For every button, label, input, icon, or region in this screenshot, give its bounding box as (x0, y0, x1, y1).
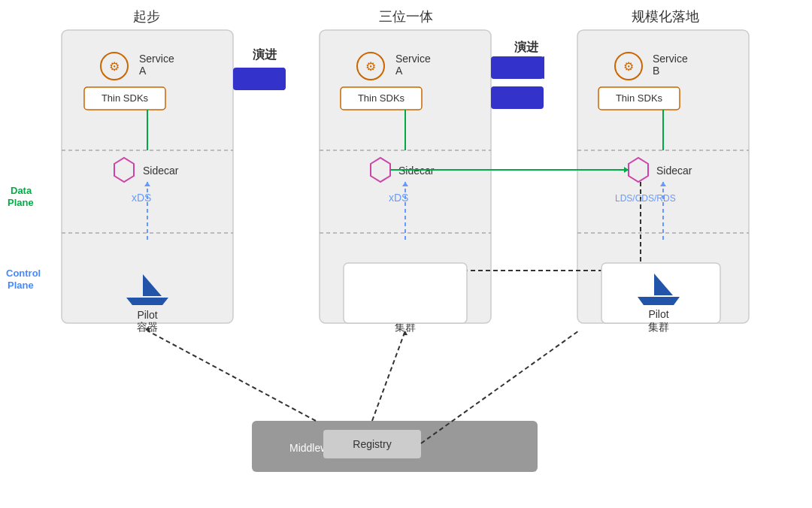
mw-to-pilot3 (421, 331, 579, 443)
pilot-col3-box (601, 263, 720, 323)
sdk-col1-box (84, 87, 165, 110)
evolve-arrow-2-fwd (499, 56, 544, 79)
middleware-label: Middleware (289, 442, 344, 454)
evolve-label-1: 演进 (253, 47, 277, 61)
xds-arrow-head-col3 (660, 182, 666, 186)
pilot-boat-sail-col1 (143, 274, 162, 296)
svg-text:⚙: ⚙ (623, 60, 634, 73)
evolve-arrow-1-body (233, 68, 286, 90)
green-arrow-head (624, 167, 629, 173)
sdk-col1-label: Thin SDKs (102, 92, 149, 104)
svg-text:集群: 集群 (395, 321, 416, 333)
service-b-col3-label: Service (653, 53, 688, 65)
service-a-col2-icon-circle (357, 53, 384, 80)
svg-text:A: A (139, 65, 147, 77)
sdk-col3-label: Thin SDKs (616, 92, 663, 104)
svg-text:集群: 集群 (648, 321, 669, 333)
pilot-label-col2: Pilot (395, 309, 415, 321)
pilot-label-col1: Pilot (137, 309, 157, 321)
col-header-3: 规模化落地 (632, 9, 699, 24)
pilot-boat-body-col3 (638, 297, 680, 305)
pilot-boat-body-col2 (384, 298, 426, 305)
mw-to-pilot2 (372, 331, 405, 421)
sidecar-hex-col3 (629, 158, 648, 182)
col-header-2: 三位一体 (379, 9, 433, 24)
sidecar-hex-col2 (371, 158, 390, 182)
svg-text:⚙: ⚙ (109, 60, 120, 73)
sidecar-label-col1: Sidecar (143, 165, 179, 177)
xds-arrow-head-col2 (402, 182, 408, 186)
col2-box (320, 30, 491, 323)
sdk-col3-box (598, 87, 680, 110)
sdk-col2-box (341, 87, 422, 110)
pilot-boat-sail-col2 (401, 274, 420, 296)
svg-text:B: B (653, 65, 659, 77)
data-plane-label: Data (11, 185, 32, 196)
arrow-to-pilot2 (403, 331, 408, 335)
sidecar-hex-col1 (114, 158, 134, 182)
pilot-boat-sail-col3 (654, 274, 673, 295)
registry-label: Registry (353, 438, 391, 450)
registry-box (323, 430, 421, 458)
evolve-arrow-2-back-body (491, 86, 544, 109)
col3-box (577, 30, 749, 323)
lds-cds-rds-label: LDS/CDS/RDS (615, 193, 676, 204)
service-a-col2-label: Service (395, 53, 431, 65)
pilot-label-col3: Pilot (648, 308, 668, 320)
svg-text:Plane: Plane (8, 280, 34, 291)
sdk-col2-label: Thin SDKs (358, 92, 405, 104)
mw-to-pilot1 (147, 331, 316, 421)
arrow-to-pilot1 (145, 325, 150, 331)
xds-label-col1: xDS (132, 192, 151, 204)
sidecar-label-col3: Sidecar (656, 165, 692, 177)
control-plane-label: Control (6, 268, 41, 279)
evolve-arrow-1 (239, 68, 284, 90)
middleware-outer-box (252, 421, 538, 472)
evolve-arrow-2-fwd-body (491, 56, 544, 79)
dashed-arrow-head1 (405, 268, 408, 274)
col-header-1: 起步 (133, 9, 160, 24)
service-b-col3-icon-circle (615, 53, 642, 80)
xds-label-col2: xDS (389, 192, 408, 204)
pilot-col2-box (344, 263, 467, 323)
col1-box (62, 30, 233, 323)
evolve-arrow-2-back (491, 86, 536, 109)
service-a-col1-icon-circle (101, 53, 128, 80)
evolve-label-2: 演进 (514, 40, 539, 53)
diagram-svg: 起步 三位一体 规模化落地 Data Plane Control Plane ⚙… (0, 0, 812, 508)
service-a-col1-label: Service (139, 53, 174, 65)
svg-text:A: A (395, 65, 403, 77)
diagram-container: 起步 三位一体 规模化落地 Data Plane Control Plane ⚙… (0, 0, 812, 508)
svg-text:Plane: Plane (8, 197, 34, 208)
sidecar-label-col2: Sidecar (398, 165, 435, 177)
svg-text:容器: 容器 (137, 321, 158, 333)
svg-text:⚙: ⚙ (365, 60, 376, 73)
xds-arrow-head-col1 (144, 182, 150, 186)
pilot-boat-body-col1 (126, 298, 168, 305)
